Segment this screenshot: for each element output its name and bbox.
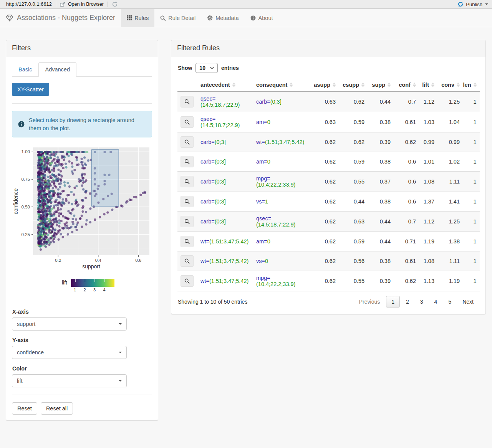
antecedent-cell: qsec=(14.5;18.7;22.9) [197,112,253,132]
search-icon [160,15,166,21]
toolbar-divider [108,2,108,7]
inspect-rule-button[interactable] [181,275,194,287]
sort-icon[interactable] [457,83,460,87]
publish-caret-icon[interactable] [485,3,488,5]
inspect-rule-button[interactable] [181,236,194,247]
inspect-rule-button[interactable] [181,176,194,187]
y-axis-label: Y-axis [12,337,152,343]
pagination-page-4[interactable]: 4 [429,296,442,307]
tab-advanced[interactable]: Advanced [38,62,76,77]
supp-value: 0.38 [368,192,394,212]
tab-rule-detail[interactable]: Rule Detail [154,9,201,27]
rule-row: carb=(0;3]qsec=(14.5;18.7;22.9)0.620.630… [177,212,480,232]
open-in-browser-button[interactable]: Open in Browser [60,2,104,7]
tab-rules[interactable]: Rules [121,9,154,27]
conv-value: 1.38 [437,232,463,251]
divider [12,103,152,104]
pagination-page-3[interactable]: 3 [415,296,428,307]
inspect-rule-button[interactable] [181,136,194,148]
csupp-value: 0.59 [339,152,368,172]
pagination-page-2[interactable]: 2 [401,296,414,307]
color-select[interactable]: lift [12,374,127,387]
xy-scatter-button[interactable]: XY-Scatter [12,83,49,96]
inspect-rule-button[interactable] [181,196,194,207]
filtered-rules-panel: Filtered Rules Show 10 entries anteceden… [171,40,486,314]
y-axis-select[interactable]: confidence [12,346,127,359]
filter-tabs: Basic Advanced [12,62,152,77]
asupp-value: 0.62 [310,152,339,172]
consequent-cell: vs=1 [253,192,310,212]
chevron-down-icon [210,67,214,69]
inspect-rule-button[interactable] [181,96,194,107]
sort-icon[interactable] [388,83,391,87]
column-header-antecedent[interactable]: antecedent [197,78,253,92]
consequent-cell: mpg=(10.4;22.2;33.9) [253,271,310,291]
svg-text:0.75: 0.75 [22,177,30,182]
sort-icon[interactable] [232,83,235,87]
toolbar-divider [56,2,56,7]
rule-row: carb=(0;3]vs=10.620.440.380.61.371.411 [177,192,480,212]
column-header-conv[interactable]: conv [437,78,463,92]
inspect-rule-button[interactable] [181,156,194,167]
sort-icon[interactable] [474,83,477,87]
rule-row: qsec=(14.5;18.7;22.9)carb=(0;3]0.630.620… [177,92,480,112]
x-axis-label: X-axis [12,309,152,315]
reset-all-button[interactable]: Reset all [41,402,73,415]
color-value: lift [17,378,23,384]
sort-icon[interactable] [431,83,434,87]
x-axis-select[interactable]: support [12,317,127,331]
reset-button[interactable]: Reset [12,402,37,415]
inspect-rule-button[interactable] [181,116,194,128]
lift-value: 1.03 [419,112,437,132]
legend-tick-label: 2 [84,288,86,292]
open-in-browser-icon [60,2,66,7]
supp-value: 0.39 [368,271,394,291]
len-value: 1 [463,232,480,251]
pagination-page-5[interactable]: 5 [443,296,456,307]
svg-text:0.50: 0.50 [22,205,30,209]
column-header-conf[interactable]: conf [394,78,419,92]
publish-button[interactable]: Publish [457,1,482,7]
supp-value: 0.44 [368,92,394,112]
inspect-rule-button[interactable] [181,255,194,267]
csupp-value: 0.62 [339,132,368,152]
tab-metadata[interactable]: Metadata [201,9,244,27]
inspect-rule-button[interactable] [181,216,194,227]
lift-gradient-bar: 1234 [71,279,114,287]
csupp-value: 0.55 [339,271,368,291]
lift-value: 0.99 [419,132,437,152]
scatter-plot[interactable]: 0.20.40.60.250.500.751.00supportconfiden… [13,145,152,273]
tab-about[interactable]: About [245,9,279,27]
pagination-next[interactable]: Next [457,296,479,307]
reload-icon[interactable] [112,1,118,7]
sort-icon[interactable] [333,83,336,87]
sort-icon[interactable] [413,83,416,87]
column-header-asupp[interactable]: asupp [310,78,339,92]
magnifier-icon [184,258,190,264]
sort-icon[interactable] [361,83,364,87]
tab-basic[interactable]: Basic [12,62,38,77]
asupp-value: 0.62 [310,132,339,152]
column-header-consequent[interactable]: consequent [253,78,310,92]
legend-tick [85,279,86,282]
page-size-select[interactable]: 10 [195,63,218,73]
column-header-len[interactable]: len [463,78,480,92]
column-header-csupp[interactable]: csupp [339,78,368,92]
pagination-previous[interactable]: Previous [354,296,385,307]
pagination-page-1[interactable]: 1 [386,296,400,307]
chevron-down-icon [119,380,122,382]
column-header-supp[interactable]: supp [368,78,394,92]
asupp-value: 0.62 [310,271,339,291]
tab-about-label: About [258,15,273,21]
consequent-cell: carb=(0;3] [253,92,310,112]
sort-icon[interactable] [290,83,293,87]
len-value: 1 [463,251,480,271]
svg-text:0.25: 0.25 [22,232,30,237]
antecedent-cell: carb=(0;3] [197,192,253,212]
app-brand: Associations - Nuggets Explorer [0,9,121,27]
len-value: 1 [463,112,480,132]
csupp-value: 0.63 [339,212,368,232]
app-navbar: Associations - Nuggets Explorer Rules Ru… [0,9,492,27]
x-axis-value: support [17,321,35,327]
column-header-lift[interactable]: lift [419,78,437,92]
